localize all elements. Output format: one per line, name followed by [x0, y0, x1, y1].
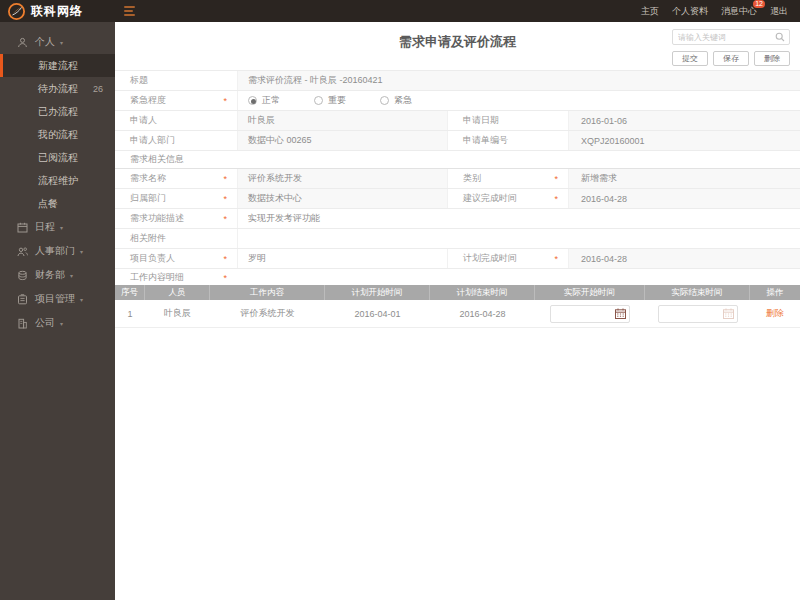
- radio-dot: [380, 96, 389, 105]
- req-name-label: 需求名称*: [115, 169, 237, 188]
- topbar: 联科网络 主页 个人资料 消息中心 12 退出: [0, 0, 800, 22]
- form-row-owner-dept: 归属部门* 数据技术中心 建议完成时间* 2016-04-28: [115, 189, 800, 209]
- search-icon[interactable]: [775, 32, 785, 42]
- sidebar-item-order-food[interactable]: 点餐: [0, 192, 115, 215]
- calendar-icon[interactable]: [615, 308, 626, 319]
- actual-end-datepicker[interactable]: [658, 305, 738, 323]
- category-value: 新增需求: [568, 169, 800, 188]
- sidebar-group-company[interactable]: 公司 ▾: [0, 311, 115, 335]
- chevron-down-icon: ▾: [80, 248, 83, 255]
- action-buttons: 提交 保存 删除: [672, 51, 790, 66]
- nav-logout[interactable]: 退出: [770, 5, 788, 18]
- actual-end-input[interactable]: [659, 309, 721, 318]
- apply-date-value: 2016-01-06: [568, 111, 800, 130]
- table-header: 序号 人员 工作内容 计划开始时间 计划结束时间 实际开始时间 实际结束时间 操…: [115, 285, 800, 300]
- sidebar-group-hr[interactable]: 人事部门 ▾: [0, 239, 115, 263]
- save-button[interactable]: 保存: [713, 51, 749, 66]
- form-row-department: 申请人部门 数据中心 00265 申请单编号 XQPJ20160001: [115, 131, 800, 151]
- nav-home[interactable]: 主页: [641, 5, 659, 18]
- search-input[interactable]: [673, 33, 775, 42]
- sidebar-group-project[interactable]: 项目管理 ▾: [0, 287, 115, 311]
- title-label: 标题: [115, 71, 237, 90]
- row-content: 评价系统开发: [210, 300, 325, 327]
- chevron-down-icon: ▾: [60, 39, 63, 46]
- form-row-applicant: 申请人 叶良辰 申请日期 2016-01-06: [115, 111, 800, 131]
- apply-no-value: XQPJ20160001: [568, 131, 800, 150]
- row-actual-end: [645, 300, 750, 327]
- radio-important[interactable]: 重要: [314, 94, 346, 107]
- actual-start-input[interactable]: [551, 309, 613, 318]
- row-actual-start: [535, 300, 645, 327]
- delete-button[interactable]: 删除: [754, 51, 790, 66]
- building-icon: [17, 318, 28, 329]
- radio-normal[interactable]: 正常: [248, 94, 280, 107]
- keyword-search: [672, 29, 790, 45]
- suggest-finish-value: 2016-04-28: [568, 189, 800, 208]
- apply-date-label: 申请日期: [447, 111, 568, 130]
- chevron-down-icon: ▾: [70, 272, 73, 279]
- clipboard-icon: [17, 294, 28, 305]
- sidebar-item-my-process[interactable]: 我的流程: [0, 123, 115, 146]
- owner-dept-label: 归属部门*: [115, 189, 237, 208]
- delete-row-link[interactable]: 删除: [766, 307, 784, 320]
- required-star: *: [223, 194, 227, 204]
- req-desc-value[interactable]: 实现开发考评功能: [237, 209, 800, 228]
- main-content: 需求申请及评价流程 提交 保存 删除 标题 需求评价流程 - 叶良辰 -2016…: [115, 22, 800, 600]
- required-star: *: [223, 96, 227, 106]
- calendar-icon[interactable]: [723, 308, 734, 319]
- plan-finish-value: 2016-04-28: [568, 249, 800, 268]
- nav-profile[interactable]: 个人资料: [672, 5, 708, 18]
- topnav: 主页 个人资料 消息中心 12 退出: [641, 5, 800, 18]
- coins-icon: [17, 270, 28, 281]
- req-desc-label: 需求功能描述*: [115, 209, 237, 228]
- menu-toggle-icon[interactable]: [121, 3, 138, 19]
- sidebar-item-new-process[interactable]: 新建流程: [0, 54, 115, 77]
- actual-start-datepicker[interactable]: [550, 305, 630, 323]
- form-row-urgency: 紧急程度* 正常 重要 紧急: [115, 91, 800, 111]
- row-no: 1: [115, 300, 145, 327]
- required-star: *: [223, 254, 227, 264]
- app-window: 联科网络 主页 个人资料 消息中心 12 退出 个人 ▾ 新建流程 待办流程: [0, 0, 800, 600]
- urgency-label: 紧急程度*: [115, 91, 237, 110]
- owner-dept-value: 数据技术中心: [237, 189, 447, 208]
- brand-name: 联科网络: [31, 3, 83, 20]
- apply-no-label: 申请单编号: [447, 131, 568, 150]
- sidebar-item-done-process[interactable]: 已办流程: [0, 100, 115, 123]
- work-detail-table: 序号 人员 工作内容 计划开始时间 计划结束时间 实际开始时间 实际结束时间 操…: [115, 285, 800, 328]
- calendar-icon: [17, 222, 28, 233]
- plan-finish-label: 计划完成时间*: [447, 249, 568, 268]
- form-row-leader: 项目负责人* 罗明 计划完成时间* 2016-04-28: [115, 249, 800, 269]
- chevron-down-icon: ▾: [80, 296, 83, 303]
- request-form: 标题 需求评价流程 - 叶良辰 -20160421 紧急程度* 正常: [115, 70, 800, 287]
- title-value: 需求评价流程 - 叶良辰 -20160421: [237, 71, 800, 90]
- submit-button[interactable]: 提交: [672, 51, 708, 66]
- nav-messages[interactable]: 消息中心 12: [721, 5, 757, 18]
- suggest-finish-label: 建议完成时间*: [447, 189, 568, 208]
- attachment-label: 相关附件: [115, 229, 237, 248]
- required-star: *: [554, 254, 558, 264]
- radio-dot: [248, 96, 257, 105]
- sidebar-item-read-process[interactable]: 已阅流程: [0, 146, 115, 169]
- dept-label: 申请人部门: [115, 131, 237, 150]
- radio-urgent[interactable]: 紧急: [380, 94, 412, 107]
- row-plan-end: 2016-04-28: [430, 300, 535, 327]
- radio-dot: [314, 96, 323, 105]
- attachment-value[interactable]: [237, 229, 800, 248]
- leader-value[interactable]: 罗明: [237, 249, 447, 268]
- form-row-req-desc: 需求功能描述* 实现开发考评功能: [115, 209, 800, 229]
- people-icon: [17, 246, 28, 257]
- required-star: *: [223, 214, 227, 224]
- req-name-value: 评价系统开发: [237, 169, 447, 188]
- sidebar-group-finance[interactable]: 财务部 ▾: [0, 263, 115, 287]
- row-plan-start: 2016-04-01: [325, 300, 430, 327]
- sidebar-group-personal[interactable]: 个人 ▾: [0, 30, 115, 54]
- applicant-label: 申请人: [115, 111, 237, 130]
- logo-icon: [8, 3, 25, 20]
- sidebar-item-pending-process[interactable]: 待办流程 26: [0, 77, 115, 100]
- table-row: 1 叶良辰 评价系统开发 2016-04-01 2016-04-28: [115, 300, 800, 328]
- sidebar-group-schedule[interactable]: 日程 ▾: [0, 215, 115, 239]
- sidebar-item-process-maintenance[interactable]: 流程维护: [0, 169, 115, 192]
- chevron-down-icon: ▾: [60, 224, 63, 231]
- pending-count-badge: 26: [93, 84, 103, 94]
- form-row-title: 标题 需求评价流程 - 叶良辰 -20160421: [115, 71, 800, 91]
